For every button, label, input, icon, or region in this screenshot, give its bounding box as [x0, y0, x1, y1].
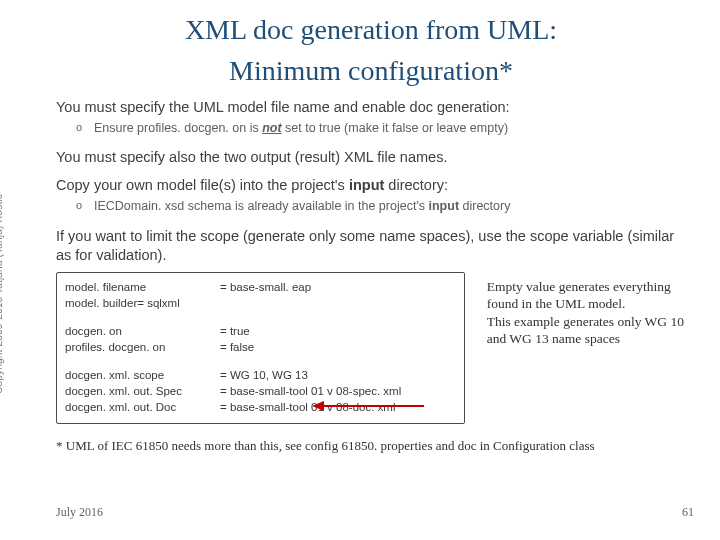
para3-pre: Copy your own model file(s) into the pro… — [56, 177, 349, 193]
config-line: profiles. docgen. on= false — [65, 339, 456, 355]
config-value: = base-small-tool 01 v 08-spec. xml — [220, 383, 456, 399]
config-gap — [65, 311, 456, 323]
bullet-1-not: not — [262, 121, 281, 135]
bullet-1-pre: Ensure profiles. docgen. on is — [94, 121, 262, 135]
bullet-2-post: directory — [459, 199, 510, 213]
copyright-text: Copyright 2009-2016 Tatjana (Tanja) Kost… — [0, 194, 4, 394]
config-key: model. filename — [65, 279, 220, 295]
slide-title-line1: XML doc generation from UML: — [56, 12, 686, 47]
config-line: model. builder= sqlxml — [65, 295, 456, 311]
config-value: = base-small. eap — [220, 279, 456, 295]
aside-note: Empty value generates everything found i… — [487, 272, 686, 348]
bullet-1: Ensure profiles. docgen. on is not set t… — [76, 120, 686, 138]
bullet-list-1: Ensure profiles. docgen. on is not set t… — [76, 120, 686, 138]
paragraph-2: You must specify also the two output (re… — [56, 148, 686, 166]
config-key: docgen. xml. out. Spec — [65, 383, 220, 399]
config-value: = false — [220, 339, 456, 355]
bullet-1-post: set to true (make it false or leave empt… — [282, 121, 508, 135]
config-value: = true — [220, 323, 456, 339]
config-value: = WG 10, WG 13 — [220, 367, 456, 383]
config-line: docgen. xml. out. Spec= base-small-tool … — [65, 383, 456, 399]
slide-title-line2: Minimum configuration* — [56, 53, 686, 88]
bullet-2-pre: IECDomain. xsd schema is already availab… — [94, 199, 429, 213]
paragraph-3: Copy your own model file(s) into the pro… — [56, 176, 686, 194]
bullet-2: IECDomain. xsd schema is already availab… — [76, 198, 686, 216]
config-line: docgen. xml. out. Doc= base-small-tool 0… — [65, 399, 456, 415]
paragraph-4: If you want to limit the scope (generate… — [56, 227, 686, 263]
paragraph-1: You must specify the UML model file name… — [56, 98, 686, 116]
config-key: profiles. docgen. on — [65, 339, 220, 355]
config-line: docgen. on= true — [65, 323, 456, 339]
footnote: * UML of IEC 61850 needs more than this,… — [56, 438, 686, 454]
config-key: model. builder= sqlxml — [65, 295, 220, 311]
config-key: docgen. xml. out. Doc — [65, 399, 220, 415]
bullet-2-bold: input — [429, 199, 460, 213]
para3-post: directory: — [384, 177, 448, 193]
config-gap — [65, 355, 456, 367]
para3-bold: input — [349, 177, 384, 193]
footer-date: July 2016 — [56, 505, 103, 520]
config-line: model. filename= base-small. eap — [65, 279, 456, 295]
config-box: model. filename= base-small. eapmodel. b… — [56, 272, 465, 425]
bullet-list-2: IECDomain. xsd schema is already availab… — [76, 198, 686, 216]
page-number: 61 — [682, 505, 694, 520]
config-value: = base-small-tool 01 v 08-doc. xml — [220, 399, 456, 415]
config-value — [220, 295, 456, 311]
config-key: docgen. xml. scope — [65, 367, 220, 383]
config-line: docgen. xml. scope= WG 10, WG 13 — [65, 367, 456, 383]
config-key: docgen. on — [65, 323, 220, 339]
